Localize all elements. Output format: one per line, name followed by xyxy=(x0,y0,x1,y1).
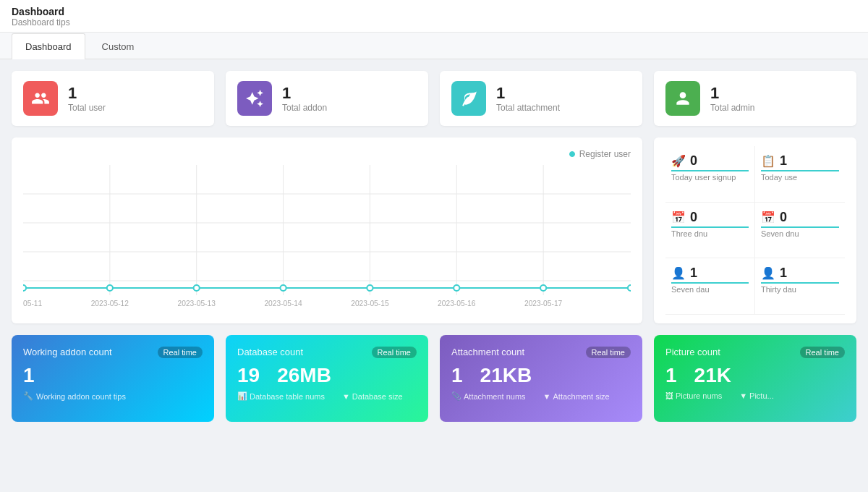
picture-sub-1: ▼ Pictu... xyxy=(739,391,774,400)
svg-point-10 xyxy=(23,285,26,291)
filter-icon: ▼ xyxy=(342,392,350,401)
svg-point-12 xyxy=(194,285,200,291)
picture-sub-0: 🖼 Picture nums xyxy=(665,391,722,400)
middle-row: Register user xyxy=(12,137,856,323)
database-badge: Real time xyxy=(372,347,417,358)
page-subtitle: Dashboard tips xyxy=(12,17,856,27)
svg-point-15 xyxy=(454,285,459,291)
total-attachment-label: Total attachment xyxy=(496,103,560,113)
attachment-primary-value: 1 xyxy=(451,364,463,387)
tab-dashboard[interactable]: Dashboard xyxy=(12,33,85,59)
today-signup-value: 0 xyxy=(690,153,697,169)
database-primary-value: 19 xyxy=(237,364,260,387)
svg-point-13 xyxy=(280,285,286,291)
stat-card-total-addon: 1 Total addon xyxy=(226,71,428,126)
database-secondary-value: 26MB xyxy=(277,364,331,387)
attachment-title: Attachment count xyxy=(451,347,524,357)
today-user-label: Today use xyxy=(761,170,839,182)
today-signup-label: Today user signup xyxy=(671,170,749,182)
bottom-cards-row: Working addon count Real time 1 🔧 Workin… xyxy=(12,335,856,422)
total-user-label: Total user xyxy=(68,103,106,113)
main-content: 1 Total user 1 Total addon 1 Total attac… xyxy=(0,59,868,433)
svg-text:2023-05-11: 2023-05-11 xyxy=(23,300,43,308)
stat-seven-dnu: 📅 0 Seven dnu xyxy=(755,203,845,259)
total-user-value: 1 xyxy=(68,84,106,103)
chart-legend-label: Register user xyxy=(579,149,631,159)
svg-point-17 xyxy=(628,285,631,291)
picture-filter-icon: ▼ xyxy=(739,391,747,400)
svg-text:2023-05-15: 2023-05-15 xyxy=(351,300,389,308)
total-user-icon xyxy=(23,81,58,116)
seven-dnu-label: Seven dnu xyxy=(761,226,839,238)
attachment-badge: Real time xyxy=(586,347,631,358)
database-sub-0: 📊 Database table nums xyxy=(237,391,325,401)
working-addon-title: Working addon count xyxy=(23,347,112,357)
bottom-card-working-addon: Working addon count Real time 1 🔧 Workin… xyxy=(12,335,214,422)
total-attachment-icon xyxy=(451,81,486,116)
total-addon-icon xyxy=(237,81,272,116)
total-admin-label: Total admin xyxy=(710,103,754,113)
tabs-bar: Dashboard Custom xyxy=(0,33,868,59)
total-attachment-value: 1 xyxy=(496,84,560,103)
working-addon-value: 1 xyxy=(23,364,35,387)
attachment-sub-1: ▼ Attachment size xyxy=(543,391,610,401)
total-admin-icon xyxy=(665,81,700,116)
total-addon-label: Total addon xyxy=(282,103,327,113)
database-title: Database count xyxy=(237,347,303,357)
thirty-dau-label: Thirty dau xyxy=(761,282,839,294)
stat-card-total-attachment: 1 Total attachment xyxy=(440,71,642,126)
picture-icon: 🖼 xyxy=(665,391,673,400)
svg-text:2023-05-12: 2023-05-12 xyxy=(91,300,129,308)
database-sub-1: ▼ Database size xyxy=(342,391,403,401)
seven-dau-label: Seven dau xyxy=(671,282,749,294)
picture-primary-value: 1 xyxy=(665,364,677,387)
total-attachment-info: 1 Total attachment xyxy=(496,84,560,113)
three-dnu-label: Three dnu xyxy=(671,226,749,238)
tab-custom[interactable]: Custom xyxy=(88,33,148,59)
table-icon: 📊 xyxy=(237,391,247,401)
wrench-icon: 🔧 xyxy=(23,391,33,401)
svg-point-11 xyxy=(107,285,113,291)
svg-point-16 xyxy=(540,285,546,291)
user-thirty-icon: 👤 xyxy=(761,266,775,280)
stat-thirty-dau: 👤 1 Thirty dau xyxy=(755,258,845,315)
total-admin-value: 1 xyxy=(710,84,754,103)
attachment-icon: 📎 xyxy=(451,391,461,401)
chart-svg-wrap: 2023-05-11 2023-05-12 2023-05-13 2023-05… xyxy=(23,165,631,312)
rocket-icon: 🚀 xyxy=(671,154,686,168)
seven-dnu-value: 0 xyxy=(780,210,787,225)
attachment-secondary-value: 21KB xyxy=(480,364,532,387)
attachment-sub-0: 📎 Attachment nums xyxy=(451,391,526,401)
calendar-three-icon: 📅 xyxy=(671,211,686,224)
page-header: Dashboard Dashboard tips xyxy=(0,0,868,33)
right-stats-panel: 🚀 0 Today user signup 📋 1 Today use 📅 0 … xyxy=(654,137,856,323)
stat-three-dnu: 📅 0 Three dnu xyxy=(665,203,755,259)
total-admin-info: 1 Total admin xyxy=(710,84,754,113)
stat-seven-dau: 👤 1 Seven dau xyxy=(665,258,755,315)
svg-text:2023-05-17: 2023-05-17 xyxy=(524,300,563,308)
total-user-info: 1 Total user xyxy=(68,84,106,113)
stat-today-user: 📋 1 Today use xyxy=(755,146,845,203)
user-list-icon: 📋 xyxy=(761,154,775,168)
today-user-value: 1 xyxy=(780,153,787,169)
attachment-filter-icon: ▼ xyxy=(543,392,551,401)
calendar-seven-icon: 📅 xyxy=(761,211,775,224)
three-dnu-value: 0 xyxy=(690,210,697,225)
svg-text:2023-05-14: 2023-05-14 xyxy=(264,300,302,308)
working-addon-tip: 🔧 Working addon count tips xyxy=(23,391,203,401)
page-title: Dashboard xyxy=(12,6,856,17)
svg-text:2023-05-13: 2023-05-13 xyxy=(178,300,216,308)
bottom-card-attachment: Attachment count Real time 1 21KB 📎 Atta… xyxy=(440,335,642,422)
bottom-card-picture: Picture count Real time 1 21K 🖼 Picture … xyxy=(654,335,856,422)
total-addon-info: 1 Total addon xyxy=(282,84,327,113)
picture-secondary-value: 21K xyxy=(694,364,731,387)
stat-cards-row: 1 Total user 1 Total addon 1 Total attac… xyxy=(12,71,856,126)
working-addon-badge: Real time xyxy=(158,347,203,358)
picture-title: Picture count xyxy=(665,347,720,357)
thirty-dau-value: 1 xyxy=(780,266,787,281)
user-seven-icon: 👤 xyxy=(671,266,686,280)
bottom-card-database: Database count Real time 19 26MB 📊 Datab… xyxy=(226,335,428,422)
stat-card-total-user: 1 Total user xyxy=(12,71,214,126)
svg-text:2023-05-16: 2023-05-16 xyxy=(438,300,476,308)
chart-legend: Register user xyxy=(23,149,631,159)
